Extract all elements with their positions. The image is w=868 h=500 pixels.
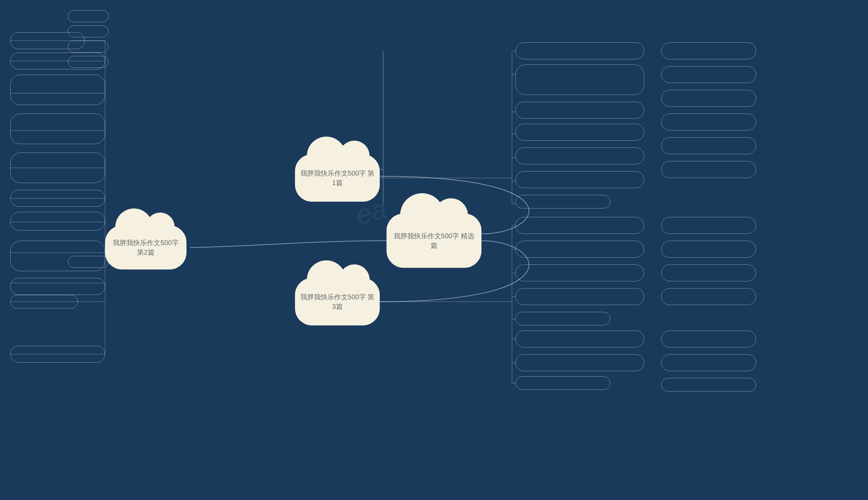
cloud-center-label: 我胖我快乐作文500字 精选篇	[386, 231, 482, 250]
cloud-center[interactable]: 我胖我快乐作文500字 精选篇	[386, 214, 482, 268]
cloud-left-label: 我胖我快乐作文500字 第2篇	[105, 238, 187, 257]
cloud-right-bottom-label: 我胖我快乐作文500字 第3篇	[295, 292, 380, 311]
cloud-right-top-label: 我胖我快乐作文500字 第1篇	[295, 169, 380, 188]
mindmap-canvas: 我胖我快乐作文500字 精选篇 我胖我快乐作文500字 第2篇 我胖我快乐作文5…	[0, 0, 868, 500]
cloud-right-top[interactable]: 我胖我快乐作文500字 第1篇	[295, 154, 380, 202]
cloud-left[interactable]: 我胖我快乐作文500字 第2篇	[105, 225, 187, 270]
cloud-right-bottom[interactable]: 我胖我快乐作文500字 第3篇	[295, 278, 380, 326]
